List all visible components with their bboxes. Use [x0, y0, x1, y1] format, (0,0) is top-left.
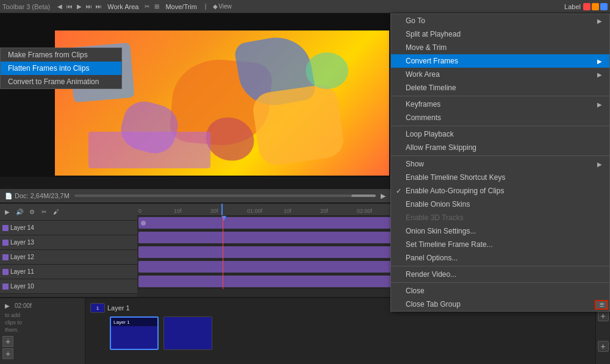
top-toolbar: Toolbar 3 (Beta) ◀ ⏮ ▶ ⏭ ⏭ Work Area ✂ ⊞…: [0, 0, 610, 13]
menu-comments[interactable]: Comments: [391, 111, 609, 124]
menu-close-tab-group[interactable]: Close Tab Group: [391, 298, 609, 311]
deco-shape5: [251, 83, 345, 167]
filmstrip-frame-label: Layer 1: [111, 318, 157, 326]
clip-icon-14: [141, 221, 146, 226]
track-row-12: Layer 12: [0, 250, 137, 265]
sep1: [391, 96, 609, 96]
filmstrip-frame-2[interactable]: [163, 316, 212, 350]
track-row-10: Layer 10: [0, 279, 137, 294]
label-text: Label: [564, 3, 581, 10]
filmstrip-frame-1[interactable]: Layer 1: [110, 316, 159, 350]
panel-menu-btn[interactable]: ☰: [595, 300, 608, 310]
prev-frame-btn[interactable]: ⏮: [65, 2, 74, 12]
scroll-track[interactable]: [74, 194, 376, 197]
menu-enable-3d-tracks: Enable 3D Tracks: [391, 211, 609, 224]
track-row-14: Layer 14: [0, 221, 137, 235]
right-add-btn-2[interactable]: +: [598, 341, 609, 352]
play-btn2[interactable]: ▶: [74, 2, 84, 12]
filmstrip-top-controls: ▶ 02:00f: [2, 301, 82, 310]
label-orange: [592, 3, 599, 10]
move-trim-label: Move/Trim: [165, 3, 197, 10]
layer-color-11: [2, 269, 9, 275]
sep5: [391, 282, 609, 283]
filmstrip-text-area: to addclips tothem.: [2, 312, 82, 334]
filmstrip-hint: to addclips tothem.: [5, 312, 22, 334]
menu-set-frame-rate[interactable]: Set Timeline Frame Rate...: [391, 238, 609, 251]
menu-move-trim[interactable]: Move & Trim: [391, 41, 609, 54]
layer-name-13: Layer 13: [10, 239, 34, 246]
ruler-1m10f: 10f: [284, 208, 292, 214]
tool-icon1[interactable]: ⊞: [152, 2, 162, 12]
menu-allow-frame-skipping[interactable]: Allow Frame Skipping: [391, 141, 609, 154]
menu-convert-frames[interactable]: Convert Frames ▶: [391, 54, 609, 68]
submenu-make-frames[interactable]: Make Frames from Clips: [1, 48, 121, 62]
menu-keyframes[interactable]: Keyframes ▶: [391, 98, 609, 111]
submenu-convert-frame-anim[interactable]: Convert to Frame Animation: [1, 75, 121, 88]
playhead-marker: [221, 204, 223, 215]
filmstrip-add-buttons: + +: [2, 336, 82, 362]
end-btn[interactable]: ⏭: [94, 2, 104, 12]
status-icon: 📄: [5, 193, 12, 199]
work-area-label: Work Area: [107, 3, 138, 10]
track-row-11: Layer 11: [0, 265, 137, 279]
menu-enable-auto-grouping[interactable]: Enable Auto-Grouping of Clips: [391, 184, 609, 198]
playhead-line: [223, 216, 223, 289]
add-layer-btn-2[interactable]: +: [2, 348, 13, 359]
ruler-1m20f: 20f: [320, 208, 328, 214]
sep4: [391, 266, 609, 266]
layer-name-14: Layer 14: [10, 224, 34, 231]
cut-icon[interactable]: ✂: [39, 207, 49, 217]
label-blue: [600, 3, 608, 10]
sep2: [391, 126, 609, 126]
menu-work-area[interactable]: Work Area ▶: [391, 68, 609, 81]
ruler-1m: 01:00f: [247, 208, 262, 214]
ruler-10f: 10f: [174, 208, 182, 214]
add-layer-btn-1[interactable]: +: [2, 336, 13, 347]
play-btn[interactable]: ◀: [55, 2, 65, 12]
show-arrow: ▶: [597, 161, 602, 168]
label-red: [583, 3, 590, 10]
filmstrip-time: 02:00f: [15, 302, 32, 309]
menu-delete-timeline[interactable]: Delete Timeline: [391, 81, 609, 95]
submenu-flatten-frames[interactable]: Flatten Frames into Clips: [1, 62, 121, 75]
settings-icon[interactable]: ⚙: [27, 207, 37, 217]
menu-loop-playback[interactable]: Loop Playback: [391, 127, 609, 141]
nav-arrow[interactable]: ▶: [381, 192, 386, 200]
track-row-13: Layer 13: [0, 235, 137, 250]
paint-icon[interactable]: 🖌: [51, 207, 61, 217]
menu-show[interactable]: Show ▶: [391, 157, 609, 171]
preview-panel: Make Frames from Clips Flatten Frames in…: [0, 13, 390, 202]
filmstrip-play-btn[interactable]: ▶: [2, 301, 12, 310]
audio-icon[interactable]: 🔊: [15, 207, 24, 217]
menu-onion-skin-settings[interactable]: Onion Skin Settings...: [391, 224, 609, 238]
ruler-20f: 20f: [210, 208, 218, 214]
menu-split-playhead[interactable]: Split at Playhead: [391, 27, 609, 41]
deco-shape7: [88, 132, 210, 168]
view-icon[interactable]: View: [220, 2, 230, 12]
convert-frames-arrow: ▶: [597, 58, 602, 65]
preview-viewport: Make Frames from Clips Flatten Frames in…: [0, 13, 390, 177]
play-icon[interactable]: ▶: [2, 207, 12, 217]
menu-go-to[interactable]: Go To ▶: [391, 14, 609, 27]
next-frame-btn[interactable]: ⏭: [84, 2, 94, 12]
main-area: Make Frames from Clips Flatten Frames in…: [0, 13, 610, 364]
layer-name-10: Layer 10: [10, 283, 34, 290]
menu-enable-timeline-shortcut[interactable]: Enable Timeline Shortcut Keys: [391, 171, 609, 184]
context-menu: Go To ▶ Split at Playhead Move & Trim Co…: [390, 13, 610, 312]
split-icon[interactable]: |: [201, 2, 210, 12]
menu-close[interactable]: Close: [391, 284, 609, 298]
arrow-icon: ▶: [597, 18, 602, 24]
menu-render-video[interactable]: Render Video...: [391, 268, 609, 281]
right-add-btn-1[interactable]: +: [598, 310, 609, 321]
trim-icon[interactable]: ✂: [142, 2, 152, 12]
preview-status-bar: 📄 Doc: 2,64M/23,7M ▶: [0, 189, 390, 202]
layer-name-11: Layer 11: [10, 268, 34, 275]
layer-color-14: [2, 225, 9, 231]
upper-section: Make Frames from Clips Flatten Frames in…: [0, 13, 610, 202]
menu-panel-options[interactable]: Panel Options...: [391, 251, 609, 265]
ruler-0: 0: [138, 208, 142, 214]
menu-enable-onion-skins[interactable]: Enable Onion Skins: [391, 198, 609, 211]
filmstrip-layer-name: Layer 1: [107, 304, 130, 312]
filmstrip-controls: ▶ 02:00f to addclips tothem. + +: [0, 298, 85, 364]
layer-color-10: [2, 284, 9, 290]
